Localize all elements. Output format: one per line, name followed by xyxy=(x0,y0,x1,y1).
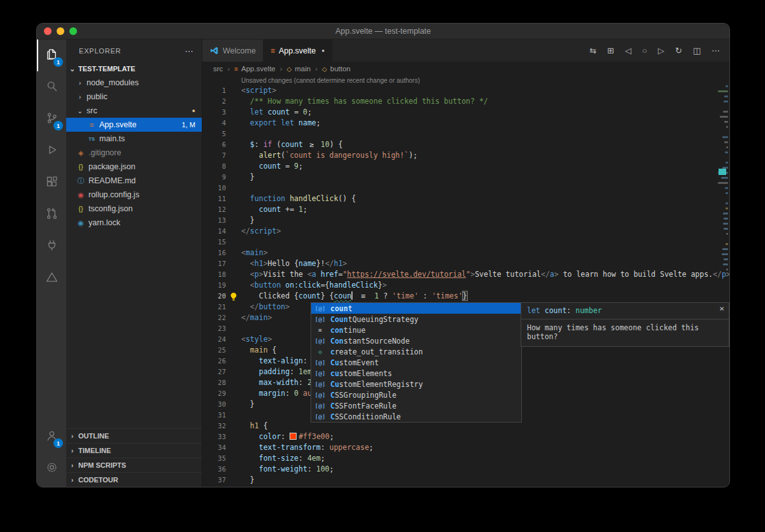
breadcrumb-item-src[interactable]: src xyxy=(213,65,223,73)
chevron-right-icon: › xyxy=(76,79,83,87)
line-content: /** How many times has someone clicked t… xyxy=(241,96,729,107)
git-compare-icon[interactable]: ⇆ xyxy=(589,46,596,55)
suggestion-CSSConditionRule[interactable]: [@]CSSConditionRule xyxy=(311,411,521,422)
breadcrumb-item-main[interactable]: ◇main xyxy=(287,65,311,73)
code-line-36[interactable]: 36 font-weight: 100; xyxy=(202,464,729,475)
tab-app-svelte[interactable]: ≡App.svelte● xyxy=(263,39,332,62)
tree-folder-public[interactable]: ›public xyxy=(66,90,202,104)
minimize-button[interactable] xyxy=(57,27,64,35)
tab-welcome[interactable]: Welcome xyxy=(202,39,263,62)
suggestion-continue[interactable]: ≡continue xyxy=(311,325,521,335)
code-token: < xyxy=(241,86,246,95)
code-line-19[interactable]: 19 <button on:click={handleClick}> xyxy=(202,280,729,291)
code-line-3[interactable]: 3 let count = 0; xyxy=(202,107,729,118)
code-line-8[interactable]: 8 count = 9; xyxy=(202,161,729,172)
codelens-annotation[interactable]: Unsaved changes (cannot determine recent… xyxy=(202,76,729,85)
suggestion-count[interactable]: [@]count xyxy=(311,303,521,314)
tree-file-main.ts[interactable]: TSmain.ts xyxy=(66,132,202,146)
vscode-logo-icon xyxy=(209,46,219,55)
tree-folder-src[interactable]: ⌄src● xyxy=(66,104,202,118)
code-line-13[interactable]: 13 } xyxy=(202,215,729,226)
code-line-6[interactable]: 6 $: if (count ≥ 10) { xyxy=(202,139,729,150)
code-line-5[interactable]: 5 xyxy=(202,129,729,139)
suggestion-CSSGroupingRule[interactable]: [@]CSSGroupingRule xyxy=(311,389,521,400)
code-token: > xyxy=(268,313,272,322)
suggestion-create_out_transition[interactable]: ◇create_out_transition xyxy=(311,346,521,357)
code-line-33[interactable]: 33 color: #ff3e00; xyxy=(202,431,729,442)
code-line-20[interactable]: 20 Clicked {count} {coun ≡ 1 ? 'time' : … xyxy=(202,291,729,302)
navigate-forward-icon[interactable]: ▷ xyxy=(658,46,664,55)
code-line-37[interactable]: 37 } xyxy=(202,475,729,486)
tree-root[interactable]: ⌄ TEST-TEMPLATE xyxy=(66,62,202,76)
code-token: : xyxy=(419,291,432,300)
tree-file-tsconfig.json[interactable]: {}tsconfig.json xyxy=(66,202,202,216)
activity-item-triangle-extension[interactable] xyxy=(37,262,66,294)
suggest-details-panel: let count: number How many times has som… xyxy=(521,302,729,347)
code-token xyxy=(241,118,250,127)
code-line-17[interactable]: 17 <h1>Hello {name}!</h1> xyxy=(202,258,729,269)
tree-file-yarn.lock[interactable]: ◉yarn.lock xyxy=(66,216,202,230)
activity-item-accounts[interactable]: 1 xyxy=(37,421,66,452)
breadcrumb-item-app-svelte[interactable]: ≡App.svelte xyxy=(234,65,276,73)
section-codetour[interactable]: ›CODETOUR xyxy=(66,472,202,487)
suggestion-customElements[interactable]: [@]customElements xyxy=(311,368,521,379)
code-token: text-align xyxy=(259,356,303,365)
code-line-10[interactable]: 10 xyxy=(202,183,729,193)
code-line-2[interactable]: 2 /** How many times has someone clicked… xyxy=(202,96,729,107)
tree-file-package.json[interactable]: {}package.json xyxy=(66,160,202,174)
section-timeline[interactable]: ›TIMELINE xyxy=(66,443,202,458)
code-line-7[interactable]: 7 alert(`count is dangerously high!`); xyxy=(202,150,729,161)
suggestion-CustomEvent[interactable]: [@]CustomEvent xyxy=(311,357,521,368)
tree-file-.gitignore[interactable]: ◈.gitignore xyxy=(66,146,202,160)
more-actions-icon[interactable]: ⋯ xyxy=(185,46,194,56)
minimap[interactable] xyxy=(717,85,729,274)
code-line-14[interactable]: 14</script> xyxy=(202,226,729,237)
navigate-back-icon[interactable]: ◁ xyxy=(625,46,631,55)
code-line-1[interactable]: 1<script> xyxy=(202,85,729,96)
close-button[interactable] xyxy=(44,27,52,35)
code-line-15[interactable]: 15 xyxy=(202,237,729,248)
breadcrumb-item-button[interactable]: ◇button xyxy=(322,65,351,73)
open-changes-icon[interactable]: ⊞ xyxy=(607,46,614,55)
activity-item-remote-explorer[interactable] xyxy=(37,230,66,262)
suggestion-CountQueuingStrategy[interactable]: [@]CountQueuingStrategy xyxy=(311,314,521,325)
run-status-icon[interactable]: ○ xyxy=(642,46,647,55)
code-line-9[interactable]: 9 } xyxy=(202,172,729,183)
code-line-35[interactable]: 35 font-size: 4em; xyxy=(202,453,729,464)
close-icon[interactable]: × xyxy=(719,304,724,312)
tree-file-README.md[interactable]: ⓘREADME.md xyxy=(66,174,202,188)
code-token: #ff3e00 xyxy=(298,432,329,441)
suggestion-CSSFontFaceRule[interactable]: [@]CSSFontFaceRule xyxy=(311,400,521,411)
code-token: < xyxy=(250,270,255,279)
more-actions-icon[interactable]: ⋯ xyxy=(712,46,720,55)
activity-item-search[interactable] xyxy=(37,71,66,103)
code-line-11[interactable]: 11 function handleClick() { xyxy=(202,193,729,204)
code-token: 9 xyxy=(294,162,298,171)
tree-file-App.svelte[interactable]: ≡App.svelte1, M xyxy=(66,118,202,132)
code-line-34[interactable]: 34 text-transform: uppercase; xyxy=(202,442,729,453)
activity-item-settings[interactable] xyxy=(37,452,66,484)
code-token xyxy=(241,108,250,116)
code-line-4[interactable]: 4 export let name; xyxy=(202,118,729,129)
tree-folder-node_modules[interactable]: ›node_modules xyxy=(66,76,202,90)
activity-item-explorer[interactable]: 1 xyxy=(37,39,66,71)
tree-file-rollup.config.js[interactable]: ◉rollup.config.js xyxy=(66,188,202,202)
timeline-icon[interactable]: ↻ xyxy=(675,46,682,55)
code-line-16[interactable]: 16<main> xyxy=(202,248,729,258)
badge: 1 xyxy=(53,57,63,67)
code-line-18[interactable]: 18 <p>Visit the <a href="https://svelte.… xyxy=(202,269,729,280)
minimap-line xyxy=(718,182,728,184)
suggestion-CustomElementRegistry[interactable]: [@]CustomElementRegistry xyxy=(311,379,521,389)
activity-item-github-pull-requests[interactable] xyxy=(37,199,66,230)
section-outline[interactable]: ›OUTLINE xyxy=(66,428,202,443)
lightbulb-icon[interactable] xyxy=(229,291,238,300)
activity-item-source-control[interactable]: 1 xyxy=(37,103,66,135)
suggestion-ConstantSourceNode[interactable]: [@]ConstantSourceNode xyxy=(311,335,521,346)
section-npm-scripts[interactable]: ›NPM SCRIPTS xyxy=(66,458,202,472)
minimap-line xyxy=(724,101,728,102)
zoom-button[interactable] xyxy=(69,27,77,35)
activity-item-run-debug[interactable] xyxy=(37,135,66,167)
split-editor-icon[interactable]: ◫ xyxy=(693,46,701,55)
code-line-12[interactable]: 12 count += 1; xyxy=(202,204,729,215)
activity-item-extensions[interactable] xyxy=(37,167,66,199)
